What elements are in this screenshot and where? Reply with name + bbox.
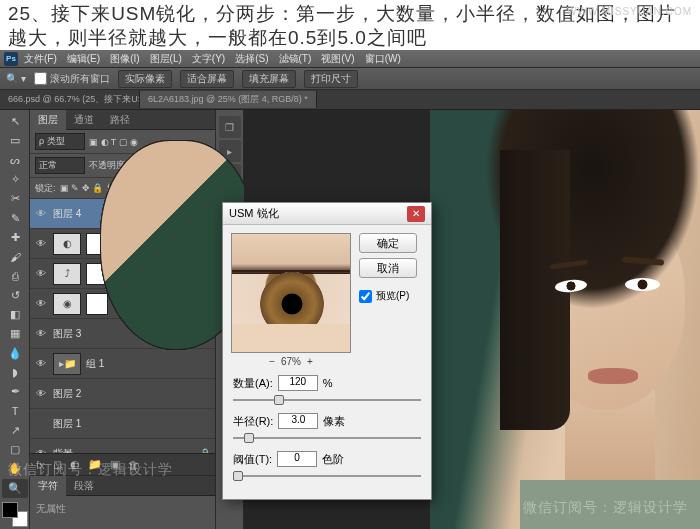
- color-swatch[interactable]: [2, 502, 28, 527]
- preview-area: − 67% +: [231, 233, 351, 367]
- layer-row[interactable]: 图层 1: [30, 409, 215, 439]
- filter-icons[interactable]: ▣ ◐ T ▢ ◉: [89, 137, 138, 147]
- layer-thumb: ▸📁: [53, 353, 81, 375]
- close-icon[interactable]: ✕: [407, 206, 425, 222]
- scroll-all-checkbox[interactable]: 滚动所有窗口: [34, 72, 110, 86]
- dialog-titlebar[interactable]: USM 锐化 ✕: [223, 203, 431, 225]
- ps-logo-icon: Ps: [4, 52, 18, 66]
- eyedropper-tool[interactable]: ✎: [2, 208, 28, 227]
- brush-tool[interactable]: 🖌: [2, 247, 28, 266]
- threshold-slider[interactable]: [233, 469, 421, 483]
- history-panel-icon[interactable]: ❐: [219, 116, 241, 138]
- amount-label: 数量(A):: [233, 376, 273, 391]
- marquee-tool[interactable]: ▭: [2, 131, 28, 150]
- type-tool[interactable]: T: [2, 401, 28, 420]
- dodge-tool[interactable]: ◗: [2, 363, 28, 382]
- menu-edit[interactable]: 编辑(E): [67, 52, 100, 66]
- cancel-button[interactable]: 取消: [359, 258, 417, 278]
- visibility-icon[interactable]: 👁: [34, 357, 48, 371]
- menu-filter[interactable]: 滤镜(T): [279, 52, 312, 66]
- menu-layer[interactable]: 图层(L): [150, 52, 182, 66]
- lock-label: 锁定:: [35, 182, 56, 195]
- threshold-unit: 色阶: [322, 452, 344, 467]
- wand-tool[interactable]: ✧: [2, 170, 28, 189]
- threshold-label: 阈值(T):: [233, 452, 272, 467]
- amount-slider[interactable]: [233, 393, 421, 407]
- visibility-icon[interactable]: 👁: [34, 387, 48, 401]
- usm-dialog: USM 锐化 ✕ − 67% + 确定 取消 预览(P) 数: [222, 202, 432, 500]
- watermark-top: WWW.MISSYUAN.COM: [567, 6, 692, 17]
- shape-tool[interactable]: ▢: [2, 440, 28, 459]
- pen-tool[interactable]: ✒: [2, 382, 28, 401]
- radius-slider[interactable]: [233, 431, 421, 445]
- move-tool[interactable]: ↖: [2, 112, 28, 131]
- watermark-overlay-2: 微信订阅号：逻辑设计学: [523, 499, 688, 517]
- doc-tab-1[interactable]: 666.psd @ 66.7% (25、接下来USM锐化，分两步：第一步，大数量…: [0, 91, 140, 108]
- threshold-input[interactable]: 0: [277, 451, 317, 467]
- zoom-tool[interactable]: 🔍: [2, 479, 28, 498]
- visibility-icon[interactable]: 👁: [34, 327, 48, 341]
- tab-paths[interactable]: 路径: [102, 110, 138, 130]
- layer-name: 图层 4: [53, 207, 81, 221]
- layer-name: 图层 3: [53, 327, 81, 341]
- layer-name: 图层 1: [53, 417, 81, 431]
- layer-thumb: ⤴: [53, 263, 81, 285]
- radius-unit: 像素: [323, 414, 345, 429]
- amount-input[interactable]: 120: [278, 375, 318, 391]
- tab-channels[interactable]: 通道: [66, 110, 102, 130]
- character-panel: 字符 段落 无属性: [30, 475, 215, 529]
- visibility-icon[interactable]: 👁: [34, 267, 48, 281]
- layer-filter[interactable]: ρ 类型: [35, 133, 85, 150]
- radius-label: 半径(R):: [233, 414, 273, 429]
- photo-image: [430, 110, 700, 529]
- layer-thumb: ◉: [53, 293, 81, 315]
- visibility-icon[interactable]: 👁: [34, 207, 48, 221]
- print-size-button[interactable]: 打印尺寸: [304, 70, 358, 88]
- lasso-tool[interactable]: ᔕ: [2, 151, 28, 170]
- history-brush-tool[interactable]: ↺: [2, 286, 28, 305]
- layer-row[interactable]: 👁图层 2: [30, 379, 215, 409]
- zoom-in-button[interactable]: +: [307, 356, 313, 367]
- actual-pixels-button[interactable]: 实际像素: [118, 70, 172, 88]
- char-content: 无属性: [30, 496, 215, 522]
- photoshop-window: Ps 文件(F) 编辑(E) 图像(I) 图层(L) 文字(Y) 选择(S) 滤…: [0, 50, 700, 529]
- zoom-out-button[interactable]: −: [269, 356, 275, 367]
- dialog-title: USM 锐化: [229, 206, 279, 221]
- fit-screen-button[interactable]: 适合屏幕: [180, 70, 234, 88]
- preview-checkbox[interactable]: 预览(P): [359, 289, 417, 303]
- visibility-icon[interactable]: [34, 417, 48, 431]
- fill-screen-button[interactable]: 填充屏幕: [242, 70, 296, 88]
- radius-input[interactable]: 3.0: [278, 413, 318, 429]
- tab-layers[interactable]: 图层: [30, 110, 66, 130]
- stamp-tool[interactable]: ⎙: [2, 266, 28, 285]
- blur-tool[interactable]: 💧: [2, 344, 28, 363]
- heal-tool[interactable]: ✚: [2, 228, 28, 247]
- menu-window[interactable]: 窗口(W): [365, 52, 401, 66]
- menu-image[interactable]: 图像(I): [110, 52, 139, 66]
- layer-name: 图层 2: [53, 387, 81, 401]
- layer-row[interactable]: 👁背景🔒: [30, 439, 215, 453]
- menu-select[interactable]: 选择(S): [235, 52, 268, 66]
- doc-tab-2[interactable]: 6L2A6183.jpg @ 25% (图层 4, RGB/8) *: [140, 91, 317, 108]
- lock-icons[interactable]: ▣ ✎ ✥ 🔒: [60, 183, 104, 193]
- visibility-icon[interactable]: 👁: [34, 297, 48, 311]
- blend-mode[interactable]: 正常: [35, 157, 85, 174]
- preview-image[interactable]: [231, 233, 351, 353]
- watermark-overlay-1: 微信订阅号：逻辑设计学: [8, 461, 173, 479]
- zoom-tool-icon: 🔍 ▾: [6, 73, 26, 84]
- path-tool[interactable]: ↗: [2, 421, 28, 440]
- zoom-value: 67%: [281, 356, 301, 367]
- panel-tabs: 图层 通道 路径: [30, 110, 215, 130]
- visibility-icon[interactable]: 👁: [34, 237, 48, 251]
- menu-file[interactable]: 文件(F): [24, 52, 57, 66]
- eraser-tool[interactable]: ◧: [2, 305, 28, 324]
- menu-type[interactable]: 文字(Y): [192, 52, 225, 66]
- ok-button[interactable]: 确定: [359, 233, 417, 253]
- gradient-tool[interactable]: ▦: [2, 324, 28, 343]
- layer-thumb: ◐: [53, 233, 81, 255]
- layer-row[interactable]: 👁▸📁组 1: [30, 349, 215, 379]
- layer-list: 👁图层 4👁◐色相/饱和度 1👁⤴曲线 1👁◉照片滤镜 1👁图层 3👁▸📁组 1…: [30, 199, 215, 453]
- menu-view[interactable]: 视图(V): [321, 52, 354, 66]
- scroll-all-label: 滚动所有窗口: [50, 72, 110, 86]
- crop-tool[interactable]: ✂: [2, 189, 28, 208]
